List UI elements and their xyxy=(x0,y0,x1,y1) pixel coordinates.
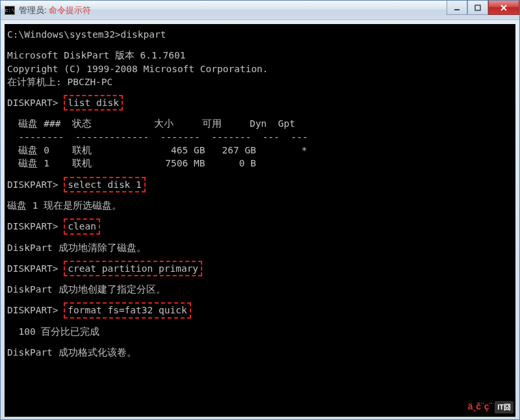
highlight-format: format fs=fat32 quick xyxy=(64,302,190,318)
computer-name: 在计算机上: PBCZH-PC xyxy=(7,75,513,88)
svg-rect-0 xyxy=(454,9,460,10)
response-format: DiskPart 成功格式化该卷。 xyxy=(7,346,513,359)
highlight-create-partition: creat partition primary xyxy=(64,261,202,276)
watermark-logo: IT囧 xyxy=(495,401,514,413)
response-clean: DiskPart 成功地清除了磁盘。 xyxy=(7,241,513,254)
cmd-icon: c:\ xyxy=(5,6,15,15)
terminal-output[interactable]: C:\Windows\system32>diskpart Microsoft D… xyxy=(5,24,515,417)
copyright: Copyright (C) 1999-2008 Microsoft Corpor… xyxy=(7,62,513,75)
watermark: ä¸č¨ç¨IT囧 xyxy=(468,401,514,413)
highlight-select-disk: select disk 1 xyxy=(64,177,146,192)
cmd-clean: DISKPART> clean xyxy=(7,220,513,233)
cmd-format: DISKPART> format fs=fat32 quick xyxy=(7,304,513,317)
window-title: 管理员: 命令提示符 xyxy=(19,5,91,16)
svg-rect-1 xyxy=(475,5,480,10)
table-row: 磁盘 0 联机 465 GB 267 GB * xyxy=(7,144,513,157)
maximize-button[interactable] xyxy=(467,1,488,15)
app-window: c:\ 管理员: 命令提示符 C:\Windows\system32>diskp… xyxy=(0,0,520,420)
highlight-clean: clean xyxy=(64,218,100,234)
highlight-list-disk: list disk xyxy=(64,95,123,111)
diskpart-version: Microsoft DiskPart 版本 6.1.7601 xyxy=(7,49,513,62)
minimize-button[interactable] xyxy=(447,1,467,15)
response-select: 磁盘 1 现在是所选磁盘。 xyxy=(7,199,513,212)
cmd-select-disk: DISKPART> select disk 1 xyxy=(7,178,513,191)
close-button[interactable] xyxy=(488,1,519,15)
cmd-list-disk: DISKPART> list disk xyxy=(7,96,513,109)
progress: 100 百分比已完成 xyxy=(7,325,513,338)
response-create: DiskPart 成功地创建了指定分区。 xyxy=(7,283,513,296)
titlebar[interactable]: c:\ 管理员: 命令提示符 xyxy=(1,1,519,20)
table-sep: -------- ------------- ------- ------- -… xyxy=(7,131,513,144)
window-controls xyxy=(447,1,519,15)
cmd-create-partition: DISKPART> creat partition primary xyxy=(7,262,513,275)
prompt-line: C:\Windows\system32>diskpart xyxy=(7,28,513,41)
table-row: 磁盘 1 联机 7506 MB 0 B xyxy=(7,157,513,170)
table-header: 磁盘 ### 状态 大小 可用 Dyn Gpt xyxy=(7,117,513,130)
